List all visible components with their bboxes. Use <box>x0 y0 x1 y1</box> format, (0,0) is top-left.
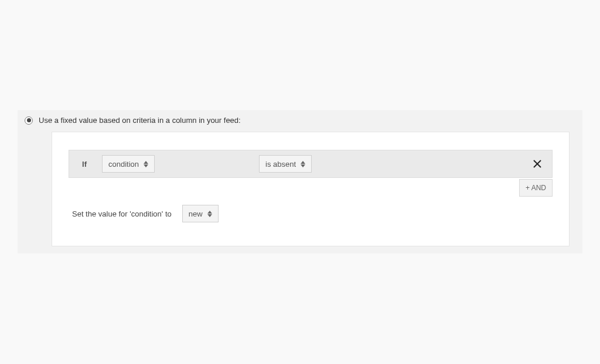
svg-marker-0 <box>144 161 148 164</box>
value-picker-label: new <box>189 210 203 218</box>
operator-picker-label: is absent <box>265 160 296 169</box>
rule-box: If condition is absent <box>52 132 570 246</box>
field-picker[interactable]: condition <box>102 155 155 173</box>
set-value-row: Set the value for 'condition' to new <box>69 205 553 222</box>
radio-dot-icon <box>27 118 31 122</box>
svg-marker-7 <box>207 214 212 217</box>
close-icon <box>533 160 541 168</box>
svg-marker-3 <box>301 164 305 167</box>
add-and-button[interactable]: + AND <box>519 179 553 197</box>
if-label: If <box>69 160 100 169</box>
svg-marker-1 <box>144 164 148 167</box>
condition-bar: If condition is absent <box>69 150 553 178</box>
field-picker-label: condition <box>108 160 139 169</box>
option-row: Use a fixed value based on criteria in a… <box>18 116 582 132</box>
fixed-value-panel: Use a fixed value based on criteria in a… <box>18 110 582 253</box>
option-label: Use a fixed value based on criteria in a… <box>39 116 241 125</box>
radio-fixed-value[interactable] <box>25 116 33 125</box>
sort-icon <box>301 161 305 167</box>
svg-marker-2 <box>301 161 305 164</box>
remove-condition-button[interactable] <box>531 157 544 170</box>
operator-picker[interactable]: is absent <box>259 155 312 173</box>
svg-marker-6 <box>207 211 212 214</box>
sort-icon <box>207 211 212 217</box>
value-picker[interactable]: new <box>182 205 219 222</box>
set-value-label: Set the value for 'condition' to <box>72 210 172 218</box>
sort-icon <box>144 161 148 167</box>
